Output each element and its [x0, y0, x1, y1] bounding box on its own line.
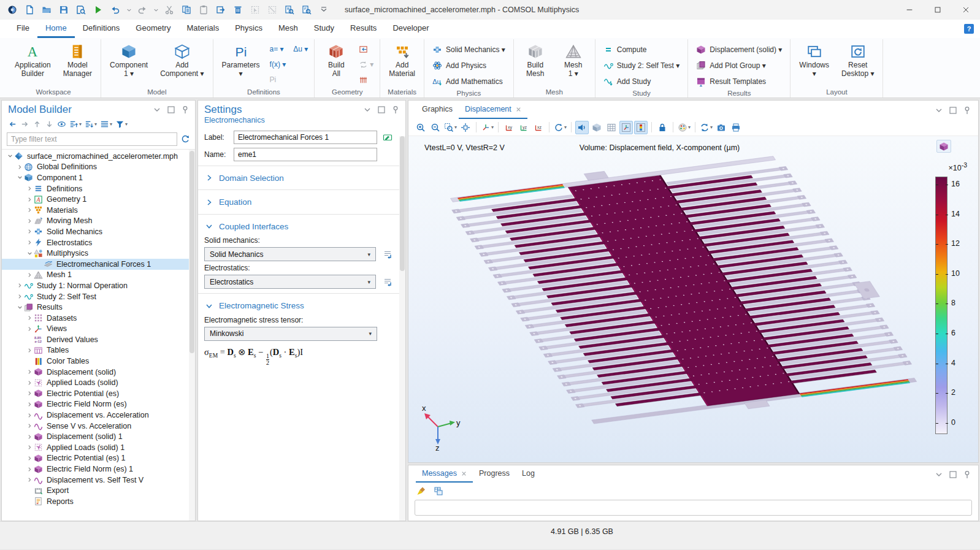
go-to-source-icon[interactable] [381, 275, 394, 289]
ribbon-button-f-x[interactable]: f(x) ▾ [268, 58, 288, 71]
float-window-icon[interactable] [166, 105, 176, 115]
float-window-icon[interactable] [948, 105, 958, 115]
ribbon-button-item[interactable]: ▾ [357, 58, 375, 71]
expander-icon[interactable] [26, 445, 33, 450]
nav-back-icon[interactable] [7, 118, 18, 130]
color-palette-icon[interactable]: ▾ [677, 121, 691, 134]
tree-item-views[interactable]: Views [2, 324, 195, 335]
tree-item-electromechanical-forces-1[interactable]: Electromechanical Forces 1 [2, 259, 195, 270]
expander-icon[interactable] [26, 402, 33, 407]
tree-item-tables[interactable]: Tables [2, 345, 195, 356]
tree-item-export[interactable]: Export [2, 485, 195, 496]
float-window-icon[interactable] [377, 105, 386, 115]
speaker-icon[interactable] [575, 121, 589, 134]
ribbon-button-add-study[interactable]: Add Study [600, 74, 654, 89]
close-button[interactable] [952, 0, 980, 20]
expander-icon[interactable] [17, 283, 23, 288]
tree-item-electric-field-norm-es-1[interactable]: Electric Field Norm (es) 1 [2, 464, 195, 475]
ribbon-button-u[interactable]: Δu ▾ [291, 42, 310, 56]
deselect-disabled-icon[interactable] [265, 2, 280, 18]
tree-item-displacement-vs-self-test-v[interactable]: Displacement vs. Self Test V [2, 475, 195, 486]
section-coupled-interfaces[interactable]: Coupled Interfaces [204, 219, 394, 234]
ribbon-button-build-all[interactable]: BuildAll [319, 40, 353, 78]
zoom-box-icon[interactable]: ▾ [443, 121, 457, 134]
menu-tab-materials[interactable]: Materials [178, 20, 227, 38]
clear-broom-icon[interactable] [415, 484, 428, 498]
menu-tab-file[interactable]: File [9, 20, 37, 38]
ribbon-button-component-1[interactable]: Component1 ▾ [105, 40, 152, 78]
tree-item-surface-micromachined-accelerometer-mph[interactable]: surface_micromachined_accelerometer.mph [2, 151, 195, 162]
expander-icon[interactable] [26, 197, 33, 202]
expander-icon[interactable] [26, 467, 33, 472]
pin-icon[interactable] [962, 470, 972, 479]
pin-icon[interactable] [180, 105, 190, 115]
tree-item-applied-loads-solid[interactable]: Applied Loads (solid) [2, 377, 195, 388]
run-icon[interactable] [91, 2, 105, 18]
tree-item-derived-values[interactable]: 8.85e-12Derived Values [2, 334, 195, 345]
panel-menu-icon[interactable] [152, 105, 162, 115]
tree-item-datasets[interactable]: Datasets [2, 313, 195, 324]
tab-progress[interactable]: Progress [473, 465, 516, 483]
expander-icon[interactable] [26, 413, 33, 418]
ribbon-button-virtual-ops[interactable] [357, 73, 375, 86]
copy-icon[interactable] [179, 2, 194, 18]
float-window-icon[interactable] [948, 470, 958, 479]
tree-item-electrostatics[interactable]: Electrostatics [2, 237, 195, 248]
paste-icon[interactable] [196, 2, 211, 18]
ribbon-button-application-builder[interactable]: AApplicationBuilder [10, 40, 55, 78]
menu-tab-definitions[interactable]: Definitions [75, 20, 128, 38]
redo-icon[interactable] [135, 2, 150, 18]
tree-item-sense-v-vs-acceleration[interactable]: Sense V vs. Acceleration [2, 421, 195, 432]
tree-item-study-2-self-test[interactable]: Study 2: Self Test [2, 291, 195, 302]
expander-icon[interactable] [26, 369, 33, 375]
expander-icon[interactable] [26, 207, 33, 213]
tree-item-electric-potential-es[interactable]: Electric Potential (es) [2, 388, 195, 399]
expander-icon[interactable] [26, 391, 33, 396]
lock-icon[interactable] [656, 121, 669, 134]
ribbon-button-add-physics[interactable]: Add Physics [429, 58, 490, 73]
menu-tab-home[interactable]: Home [37, 20, 75, 38]
menu-tab-developer[interactable]: Developer [385, 20, 437, 38]
view-xy-icon[interactable]: xy [502, 121, 516, 134]
expander-icon[interactable] [26, 423, 33, 429]
zoom-extents-icon[interactable] [459, 121, 472, 134]
toolbar-chevron-icon[interactable] [316, 2, 331, 18]
expander-icon[interactable] [26, 218, 33, 224]
show-eye-icon[interactable] [56, 118, 67, 130]
tree-item-geometry-1[interactable]: AGeometry 1 [2, 194, 195, 205]
help-button[interactable]: ? [964, 24, 974, 34]
panel-menu-icon[interactable] [362, 105, 372, 115]
view-xz-icon[interactable]: xz [532, 121, 545, 134]
pin-icon[interactable] [962, 105, 972, 115]
save-search-icon[interactable] [74, 2, 88, 18]
delete-icon[interactable] [231, 2, 245, 18]
tree-item-displacement-vs-acceleration[interactable]: Displacement vs. Acceleration [2, 410, 195, 421]
ribbon-button-model-manager[interactable]: ModelManager [59, 40, 96, 78]
expander-icon[interactable] [26, 348, 33, 353]
expander-icon[interactable] [26, 240, 33, 245]
tree-item-applied-loads-solid-1[interactable]: Applied Loads (solid) 1 [2, 442, 195, 453]
tree-item-reports[interactable]: Reports [2, 496, 195, 507]
copy-table-icon[interactable] [432, 484, 445, 498]
tree-item-solid-mechanics[interactable]: Solid Mechanics [2, 226, 195, 237]
grid-table-icon[interactable] [605, 121, 618, 134]
close-icon[interactable] [516, 105, 521, 113]
expander-icon[interactable] [26, 326, 33, 332]
find-icon[interactable] [282, 2, 297, 18]
tree-item-study-1-normal-operation[interactable]: Study 1: Normal Operation [2, 280, 195, 291]
expander-icon[interactable] [17, 305, 23, 310]
rotate-scene-icon[interactable]: ▾ [553, 121, 567, 134]
expander-icon[interactable] [26, 272, 33, 278]
panel-menu-icon[interactable] [934, 470, 944, 479]
menu-tab-physics[interactable]: Physics [227, 20, 270, 38]
tree-item-displacement-solid[interactable]: Displacement (solid) [2, 367, 195, 378]
ribbon-button-add-material[interactable]: AddMaterial [385, 40, 419, 78]
expander-icon[interactable] [26, 229, 33, 234]
expander-icon[interactable] [26, 434, 33, 440]
chev-tiny-icon[interactable] [152, 2, 159, 18]
ribbon-button-add-mathematics[interactable]: ΔuAdd Mathematics [429, 74, 507, 89]
ribbon-button-build-mesh[interactable]: BuildMesh [518, 40, 553, 78]
move-up-icon[interactable] [31, 118, 43, 130]
tab-displacement[interactable]: Displacement [459, 101, 527, 119]
tab-log[interactable]: Log [516, 465, 541, 483]
